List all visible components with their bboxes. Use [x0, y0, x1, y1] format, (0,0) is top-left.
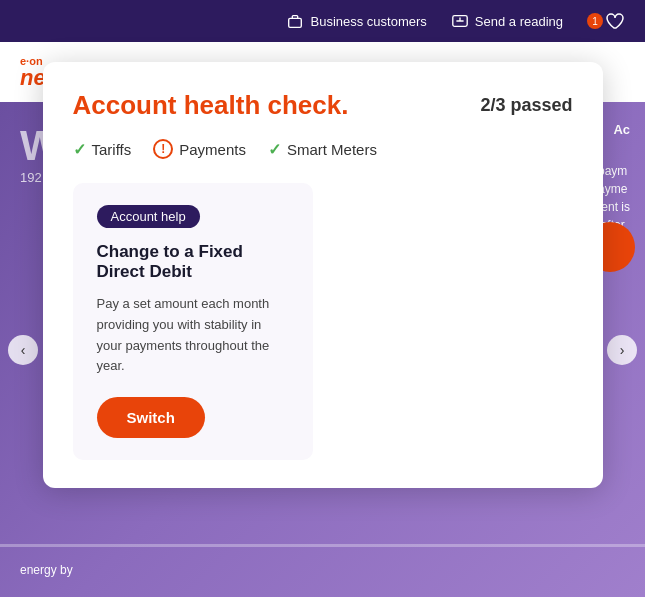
meter-icon	[451, 12, 469, 30]
briefcase-icon	[286, 12, 304, 30]
check-smart-meters: ✓ Smart Meters	[268, 140, 377, 159]
business-customers-link[interactable]: Business customers	[286, 12, 426, 30]
account-help-card: Account help Change to a Fixed Direct De…	[73, 183, 313, 460]
health-check-modal: Account health check. 2/3 passed ✓ Tarif…	[43, 62, 603, 488]
check-tariffs: ✓ Tariffs	[73, 140, 132, 159]
send-reading-link[interactable]: Send a reading	[451, 12, 563, 30]
notification-badge: 1	[587, 13, 603, 29]
card-badge: Account help	[97, 205, 200, 228]
modal-passed-count: 2/3 passed	[480, 95, 572, 116]
check-smart-meters-label: Smart Meters	[287, 141, 377, 158]
modal-overlay: Account health check. 2/3 passed ✓ Tarif…	[0, 42, 645, 597]
check-payments-label: Payments	[179, 141, 246, 158]
notifications-link[interactable]: 1	[587, 10, 625, 32]
heart-icon	[603, 10, 625, 32]
check-payments: ! Payments	[153, 139, 246, 159]
check-warn-icon: !	[153, 139, 173, 159]
check-tariffs-label: Tariffs	[92, 141, 132, 158]
card-title: Change to a Fixed Direct Debit	[97, 242, 289, 282]
switch-button[interactable]: Switch	[97, 397, 205, 438]
svg-rect-0	[289, 18, 302, 27]
card-description: Pay a set amount each month providing yo…	[97, 294, 289, 377]
check-ok-icon: ✓	[73, 140, 86, 159]
send-reading-label: Send a reading	[475, 14, 563, 29]
modal-checks: ✓ Tariffs ! Payments ✓ Smart Meters	[73, 139, 573, 159]
modal-header: Account health check. 2/3 passed	[73, 90, 573, 121]
business-customers-label: Business customers	[310, 14, 426, 29]
check-ok-icon-2: ✓	[268, 140, 281, 159]
top-bar: Business customers Send a reading 1	[0, 0, 645, 42]
modal-title: Account health check.	[73, 90, 349, 121]
